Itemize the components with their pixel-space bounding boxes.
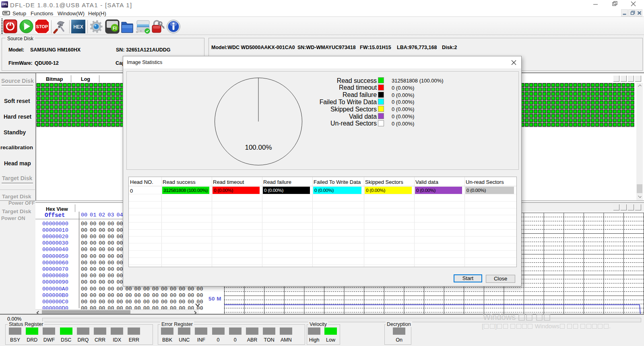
svg-text:FI: FI bbox=[113, 26, 117, 31]
svg-text:HEX: HEX bbox=[73, 24, 83, 30]
svg-text:100.00%: 100.00% bbox=[245, 144, 272, 151]
svg-text:STOP: STOP bbox=[36, 24, 48, 29]
